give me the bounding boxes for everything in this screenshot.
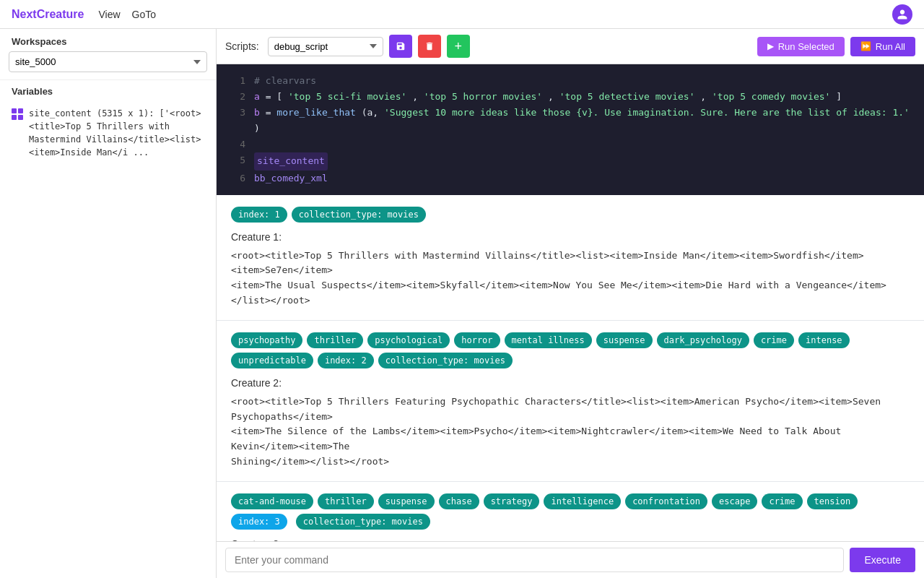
- tag-index-3: index: 3: [231, 514, 287, 530]
- play-icon: ▶: [767, 41, 774, 51]
- variable-item: site_content (5315 x 1): ['<root><title>…: [0, 101, 216, 165]
- tag-suspense-1: suspense: [596, 332, 653, 348]
- grid-icon: [12, 108, 23, 120]
- creature-label-1: Creature 1:: [231, 231, 910, 243]
- command-bar: Execute: [217, 541, 924, 578]
- tag-index-1: index: 1: [231, 207, 287, 223]
- tag-dark-psychology: dark_psychology: [657, 332, 749, 348]
- plus-icon: +: [454, 40, 462, 53]
- tag-strategy: strategy: [484, 493, 540, 509]
- tag-collection-type-2: collection_type: movies: [378, 353, 513, 368]
- tag-index-2: index: 2: [318, 353, 374, 368]
- workspace-select[interactable]: site_5000: [9, 51, 207, 72]
- run-all-button[interactable]: ⏩ Run All: [850, 37, 915, 56]
- tag-thriller-2: thriller: [318, 493, 374, 509]
- execute-button[interactable]: Execute: [850, 548, 915, 572]
- code-line-4: 4: [228, 137, 912, 152]
- tag-psychological: psychological: [367, 332, 450, 348]
- tag-escape: escape: [712, 493, 757, 509]
- command-input[interactable]: [225, 548, 844, 572]
- tag-intense: intense: [798, 332, 850, 348]
- tag-chase: chase: [439, 493, 479, 509]
- variables-title: Variables: [0, 79, 216, 101]
- tag-crime-1: crime: [754, 332, 794, 348]
- tag-horror-1: horror: [454, 332, 500, 348]
- delete-button[interactable]: [418, 35, 441, 58]
- code-line-1: 1 # clearvars: [228, 73, 912, 89]
- tag-mental-illness: mental illness: [505, 332, 592, 348]
- code-editor[interactable]: 1 # clearvars 2 a = [ 'top 5 sci-fi movi…: [217, 64, 924, 195]
- output-area: index: 1 collection_type: movies Creatur…: [217, 195, 924, 541]
- add-button[interactable]: +: [447, 35, 470, 58]
- nav-view[interactable]: View: [98, 9, 120, 20]
- save-button[interactable]: [389, 35, 412, 58]
- tags-row-2: cat-and-mouse thriller suspense chase st…: [231, 493, 910, 530]
- scripts-bar: Scripts: debug_script + ▶ Run Selected ⏩…: [217, 29, 924, 64]
- tag-thriller-1: thriller: [307, 332, 363, 348]
- output-section-2: cat-and-mouse thriller suspense chase st…: [217, 482, 924, 541]
- tag-cat-and-mouse: cat-and-mouse: [231, 493, 313, 509]
- tag-intelligence: intelligence: [544, 493, 621, 509]
- tag-psychopathy: psychopathy: [231, 332, 302, 348]
- script-select[interactable]: debug_script: [268, 37, 383, 56]
- creature-content-2: <root><title>Top 5 Thrillers Featuring P…: [231, 394, 910, 470]
- creature-label-2: Creature 2:: [231, 377, 910, 389]
- creature-content-1: <root><title>Top 5 Thrillers with Master…: [231, 249, 910, 309]
- brand-logo: NextCreature: [12, 8, 84, 21]
- code-line-3: 3 b = more_like_that (a, 'Suggest 10 mor…: [228, 105, 912, 137]
- tag-collection-type-3: collection_type: movies: [296, 514, 430, 530]
- tag-suspense-2: suspense: [378, 493, 435, 509]
- tags-row-1: psychopathy thriller psychological horro…: [231, 332, 910, 368]
- sidebar: Workspaces site_5000 Variables site_cont…: [0, 29, 217, 578]
- code-line-2: 2 a = [ 'top 5 sci-fi movies' , 'top 5 h…: [228, 89, 912, 105]
- code-highlight-site-content: site_content: [254, 152, 328, 170]
- user-avatar[interactable]: [892, 4, 912, 25]
- tag-crime-2: crime: [762, 493, 802, 509]
- run-all-label: Run All: [876, 41, 905, 52]
- output-section-0: index: 1 collection_type: movies Creatur…: [217, 195, 924, 321]
- code-line-5: 5 site_content: [228, 152, 912, 170]
- tag-tension: tension: [807, 493, 858, 509]
- topnav: NextCreature View GoTo: [0, 0, 924, 29]
- run-selected-button[interactable]: ▶ Run Selected: [757, 37, 845, 56]
- output-section-1: psychopathy thriller psychological horro…: [217, 321, 924, 482]
- tags-row-0: index: 1 collection_type: movies: [231, 207, 910, 223]
- workspaces-title: Workspaces: [0, 29, 216, 51]
- code-var-bb: bb_comedy_xml: [254, 171, 328, 186]
- fast-forward-icon: ⏩: [860, 41, 871, 51]
- main-layout: Workspaces site_5000 Variables site_cont…: [0, 29, 924, 578]
- variable-value: site_content (5315 x 1): ['<root><title>…: [29, 107, 204, 159]
- scripts-label: Scripts:: [225, 40, 259, 52]
- code-line-6: 6 bb_comedy_xml: [228, 171, 912, 186]
- nav-goto[interactable]: GoTo: [132, 9, 156, 20]
- run-selected-label: Run Selected: [778, 41, 834, 52]
- tag-collection-type-1: collection_type: movies: [292, 207, 426, 223]
- tag-confrontation: confrontation: [625, 493, 707, 509]
- editor-area: Scripts: debug_script + ▶ Run Selected ⏩…: [217, 29, 924, 578]
- tag-unpredictable: unpredictable: [231, 353, 313, 368]
